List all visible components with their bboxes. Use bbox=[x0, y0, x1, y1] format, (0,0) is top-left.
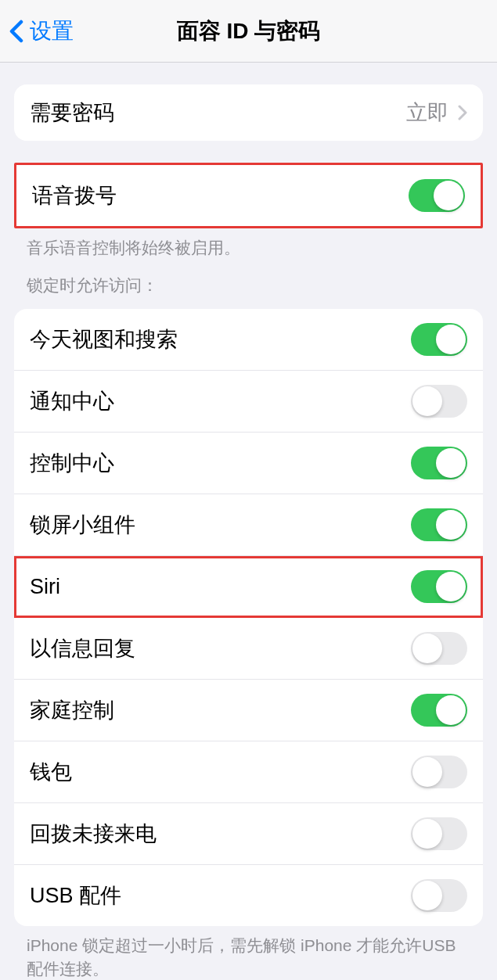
content: 需要密码 立即 语音拨号 音乐语音控制将始终被启用。 锁定时允许访问： 今天视图… bbox=[0, 84, 497, 980]
toggle-knob bbox=[412, 757, 442, 787]
chevron-right-icon bbox=[458, 105, 467, 120]
require-passcode-label: 需要密码 bbox=[30, 99, 114, 127]
lock-access-toggle[interactable] bbox=[411, 508, 467, 541]
toggle-knob bbox=[412, 881, 442, 910]
lock-access-item-label: 通知中心 bbox=[30, 387, 114, 415]
voice-dial-section: 语音拨号 bbox=[14, 163, 483, 228]
lock-access-row: USB 配件 bbox=[14, 865, 483, 926]
lock-access-toggle[interactable] bbox=[411, 817, 467, 850]
lock-access-toggle[interactable] bbox=[411, 570, 467, 603]
voice-dial-footer: 音乐语音控制将始终被启用。 bbox=[0, 228, 497, 259]
lock-access-row: 锁屏小组件 bbox=[14, 494, 483, 556]
lock-access-row: 控制中心 bbox=[14, 433, 483, 494]
lock-access-row: 回拨未接来电 bbox=[14, 803, 483, 865]
lock-access-item-label: 控制中心 bbox=[30, 449, 114, 477]
lock-access-toggle[interactable] bbox=[411, 323, 467, 356]
toggle-knob bbox=[434, 181, 463, 210]
lock-access-row: 今天视图和搜索 bbox=[14, 309, 483, 371]
lock-access-header: 锁定时允许访问： bbox=[0, 259, 497, 303]
lock-access-toggle[interactable] bbox=[411, 879, 467, 912]
chevron-left-icon bbox=[9, 20, 23, 43]
toggle-knob bbox=[436, 572, 466, 601]
toggle-knob bbox=[412, 634, 442, 663]
lock-access-footer: iPhone 锁定超过一小时后，需先解锁 iPhone 才能允许USB 配件连接… bbox=[0, 926, 497, 980]
lock-access-toggle[interactable] bbox=[411, 385, 467, 418]
require-passcode-value: 立即 bbox=[406, 99, 467, 127]
toggle-knob bbox=[412, 386, 442, 416]
lock-access-row: Siri bbox=[14, 556, 483, 618]
require-passcode-row[interactable]: 需要密码 立即 bbox=[14, 84, 483, 141]
voice-dial-label: 语音拨号 bbox=[32, 181, 117, 210]
voice-dial-row: 语音拨号 bbox=[16, 165, 481, 226]
lock-access-item-label: 钱包 bbox=[30, 758, 72, 786]
lock-access-toggle[interactable] bbox=[411, 756, 467, 788]
lock-access-section: 今天视图和搜索通知中心控制中心锁屏小组件Siri以信息回复家庭控制钱包回拨未接来… bbox=[14, 309, 483, 926]
lock-access-row: 通知中心 bbox=[14, 371, 483, 433]
back-label: 设置 bbox=[30, 16, 74, 46]
lock-access-toggle[interactable] bbox=[411, 632, 467, 665]
back-button[interactable]: 设置 bbox=[0, 16, 74, 46]
toggle-knob bbox=[436, 448, 466, 478]
lock-access-row: 钱包 bbox=[14, 741, 483, 803]
require-passcode-section: 需要密码 立即 bbox=[14, 84, 483, 141]
header: 设置 面容 ID 与密码 bbox=[0, 0, 497, 63]
lock-access-item-label: 回拨未接来电 bbox=[30, 820, 157, 848]
lock-access-item-label: 锁屏小组件 bbox=[30, 511, 135, 539]
lock-access-item-label: USB 配件 bbox=[30, 881, 121, 910]
lock-access-item-label: 家庭控制 bbox=[30, 696, 114, 724]
lock-access-row: 家庭控制 bbox=[14, 680, 483, 741]
lock-access-toggle[interactable] bbox=[411, 447, 467, 479]
toggle-knob bbox=[412, 819, 442, 849]
toggle-knob bbox=[436, 695, 466, 725]
lock-access-toggle[interactable] bbox=[411, 694, 467, 727]
page-title: 面容 ID 与密码 bbox=[177, 16, 321, 46]
lock-access-row: 以信息回复 bbox=[14, 618, 483, 680]
voice-dial-toggle[interactable] bbox=[409, 179, 465, 212]
lock-access-item-label: 今天视图和搜索 bbox=[30, 325, 178, 354]
lock-access-item-label: 以信息回复 bbox=[30, 634, 135, 662]
toggle-knob bbox=[436, 325, 466, 354]
toggle-knob bbox=[436, 510, 466, 540]
lock-access-item-label: Siri bbox=[30, 575, 60, 599]
